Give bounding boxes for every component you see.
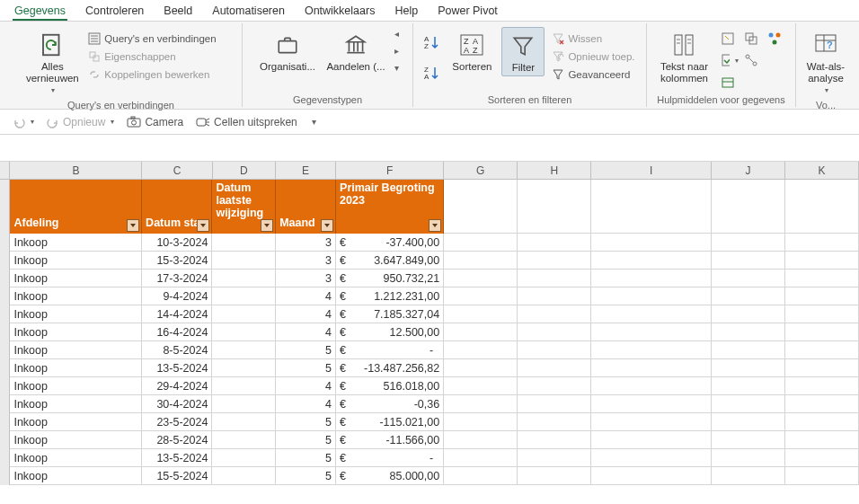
empty-cell[interactable] [518, 341, 591, 359]
column-header-H[interactable]: H [518, 162, 591, 179]
empty-cell[interactable] [712, 449, 785, 467]
row-header[interactable] [0, 359, 10, 377]
empty-cell[interactable] [444, 413, 518, 431]
filter-dropdown-button[interactable] [197, 219, 209, 232]
chevron-left-icon[interactable]: ◂ [394, 29, 399, 39]
empty-cell[interactable] [712, 467, 785, 485]
cell-wijziging[interactable] [212, 234, 276, 252]
empty-cell[interactable] [712, 270, 785, 287]
cell-afdeling[interactable]: Inkoop [10, 413, 142, 431]
empty-header[interactable] [444, 180, 518, 234]
empty-cell[interactable] [785, 431, 859, 449]
cell-wijziging[interactable] [212, 323, 276, 341]
empty-cell[interactable] [591, 287, 711, 305]
cell-maand[interactable]: 3 [276, 234, 336, 252]
sort-desc-button[interactable]: ZA [422, 63, 442, 83]
cell-wijziging[interactable] [212, 377, 276, 395]
empty-cell[interactable] [712, 287, 785, 305]
empty-cell[interactable] [444, 287, 518, 305]
data-validation-button[interactable]: ▾ [719, 50, 740, 70]
filter-dropdown-button[interactable] [127, 219, 139, 232]
empty-cell[interactable] [591, 377, 711, 395]
empty-cell[interactable] [518, 287, 591, 305]
edit-links-button[interactable]: Koppelingen bewerken [86, 66, 217, 83]
empty-cell[interactable] [785, 270, 859, 287]
empty-cell[interactable] [785, 359, 859, 377]
empty-cell[interactable] [518, 431, 591, 449]
column-header-G[interactable]: G [444, 162, 518, 179]
cell-afdeling[interactable]: Inkoop [10, 287, 142, 305]
empty-cell[interactable] [591, 234, 711, 252]
empty-cell[interactable] [712, 413, 785, 431]
redo-button[interactable]: Opnieuw ▾ [47, 116, 114, 128]
cell-bedrag[interactable]: €85.000,00 [336, 467, 444, 485]
filter-button[interactable]: Filter [501, 27, 545, 76]
cell-datum[interactable]: 13-5-2024 [142, 359, 212, 377]
cell-bedrag[interactable]: €516.018,00 [336, 377, 444, 395]
empty-cell[interactable] [444, 252, 518, 270]
empty-cell[interactable] [785, 323, 859, 341]
cell-datum[interactable]: 10-3-2024 [142, 234, 212, 252]
cell-datum[interactable]: 14-4-2024 [142, 305, 212, 323]
row-header[interactable] [0, 467, 10, 485]
row-header[interactable] [0, 323, 10, 341]
cell-afdeling[interactable]: Inkoop [10, 377, 142, 395]
cell-maand[interactable]: 3 [276, 252, 336, 270]
properties-button[interactable]: Eigenschappen [86, 49, 217, 65]
row-header[interactable] [0, 431, 10, 449]
qat-overflow-button[interactable]: ▾ [310, 117, 316, 127]
column-header-C[interactable]: C [142, 162, 212, 179]
empty-header[interactable] [712, 180, 785, 234]
cell-wijziging[interactable] [212, 395, 276, 413]
empty-cell[interactable] [444, 377, 518, 395]
cell-bedrag[interactable]: €- [336, 341, 444, 359]
empty-cell[interactable] [518, 323, 591, 341]
row-header[interactable] [0, 270, 10, 287]
empty-cell[interactable] [785, 234, 859, 252]
chevron-right-icon[interactable]: ▸ [394, 46, 399, 56]
ribbon-tab-help[interactable]: Help [393, 4, 420, 21]
row-header[interactable] [0, 341, 10, 359]
select-all-corner[interactable] [0, 162, 10, 179]
row-header[interactable] [0, 377, 10, 395]
cell-wijziging[interactable] [212, 431, 276, 449]
clear-filter-button[interactable]: Wissen [550, 31, 636, 47]
empty-cell[interactable] [444, 323, 518, 341]
flash-fill-button[interactable] [719, 29, 740, 49]
empty-cell[interactable] [785, 467, 859, 485]
cell-datum[interactable]: 8-5-2024 [142, 341, 212, 359]
sort-button[interactable]: ZAAZ Sorteren [447, 27, 496, 75]
cell-maand[interactable]: 4 [276, 323, 336, 341]
consolidate-button[interactable] [766, 29, 787, 49]
cell-bedrag[interactable]: €3.647.849,00 [336, 252, 444, 270]
column-header-D[interactable]: D [213, 162, 277, 179]
cell-bedrag[interactable]: €7.185.327,04 [336, 305, 444, 323]
empty-cell[interactable] [712, 377, 785, 395]
cell-maand[interactable]: 5 [276, 413, 336, 431]
sort-asc-button[interactable]: AZ [422, 32, 442, 52]
empty-cell[interactable] [518, 270, 591, 287]
empty-cell[interactable] [444, 467, 518, 485]
cell-datum[interactable]: 16-4-2024 [142, 323, 212, 341]
empty-cell[interactable] [444, 234, 518, 252]
column-header-J[interactable]: J [712, 162, 785, 179]
cell-afdeling[interactable]: Inkoop [10, 467, 142, 485]
cell-bedrag[interactable]: €-13.487.256,82 [336, 359, 444, 377]
cell-datum[interactable]: 29-4-2024 [142, 377, 212, 395]
cell-afdeling[interactable]: Inkoop [10, 270, 142, 287]
filter-dropdown-button[interactable] [261, 219, 273, 232]
cell-bedrag[interactable]: €- [336, 449, 444, 467]
empty-cell[interactable] [785, 449, 859, 467]
empty-cell[interactable] [591, 413, 711, 431]
empty-cell[interactable] [444, 341, 518, 359]
text-to-columns-button[interactable]: Tekst naar kolommen [656, 27, 713, 86]
cell-afdeling[interactable]: Inkoop [10, 305, 142, 323]
filter-dropdown-button[interactable] [321, 219, 333, 232]
reapply-button[interactable]: Opnieuw toep. [550, 49, 636, 65]
empty-cell[interactable] [785, 287, 859, 305]
empty-cell[interactable] [785, 341, 859, 359]
row-header[interactable] [0, 252, 10, 270]
empty-cell[interactable] [444, 395, 518, 413]
cell-afdeling[interactable]: Inkoop [10, 234, 142, 252]
empty-cell[interactable] [785, 377, 859, 395]
